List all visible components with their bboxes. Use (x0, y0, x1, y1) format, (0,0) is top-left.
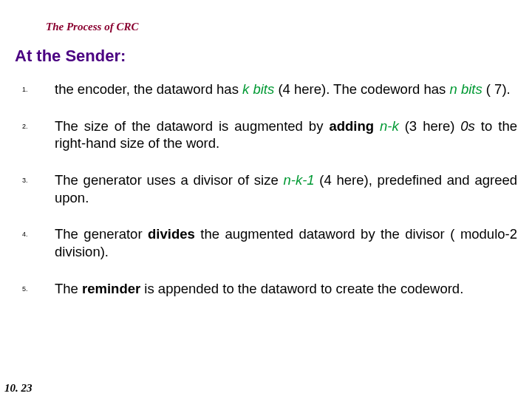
item-body: The generator uses a divisor of size n-k… (55, 171, 517, 206)
page-number: 10. 23 (4, 382, 33, 395)
slide-title: The Process of CRC (46, 21, 517, 33)
text: (3 here) (405, 118, 461, 134)
item-number: 5. (22, 280, 55, 298)
steps-list: 1. the encoder, the dataword has k bits … (15, 81, 517, 297)
list-item: 2. The size of the dataword is augmented… (22, 117, 517, 152)
item-number: 1. (22, 81, 55, 98)
list-item: 3. The generator uses a divisor of size … (22, 171, 517, 206)
item-body: The size of the dataword is augmented by… (55, 117, 517, 152)
emphasis: k bits (242, 81, 278, 97)
section-heading: At the Sender: (15, 47, 517, 66)
item-number: 2. (22, 117, 55, 152)
text: The size of the dataword is augmented by (55, 118, 329, 134)
emphasis: n-k (380, 118, 405, 134)
text: The generator (55, 226, 148, 242)
text: ( 7). (486, 81, 511, 97)
text: The (55, 281, 82, 296)
item-number: 4. (22, 225, 55, 260)
list-item: 4. The generator divides the augmented d… (22, 225, 517, 260)
text: the encoder, the dataword has (55, 81, 242, 97)
bold: adding (329, 118, 380, 134)
bold: reminder (82, 281, 144, 296)
list-item: 1. the encoder, the dataword has k bits … (22, 81, 517, 98)
emphasis: n-k-1 (283, 172, 319, 188)
text: is appended to the dataword to create th… (144, 281, 463, 296)
item-body: The generator divides the augmented data… (55, 225, 517, 260)
item-body: The reminder is appended to the dataword… (55, 280, 517, 298)
text: The generator uses a divisor of size (55, 172, 283, 188)
list-item: 5. The reminder is appended to the dataw… (22, 280, 517, 298)
bold: divides (148, 226, 200, 242)
item-body: the encoder, the dataword has k bits (4 … (55, 81, 517, 98)
item-number: 3. (22, 171, 55, 206)
text: (4 here). The codeword has (278, 81, 449, 97)
emphasis: n bits (449, 81, 485, 97)
emphasis: 0s (460, 118, 481, 134)
